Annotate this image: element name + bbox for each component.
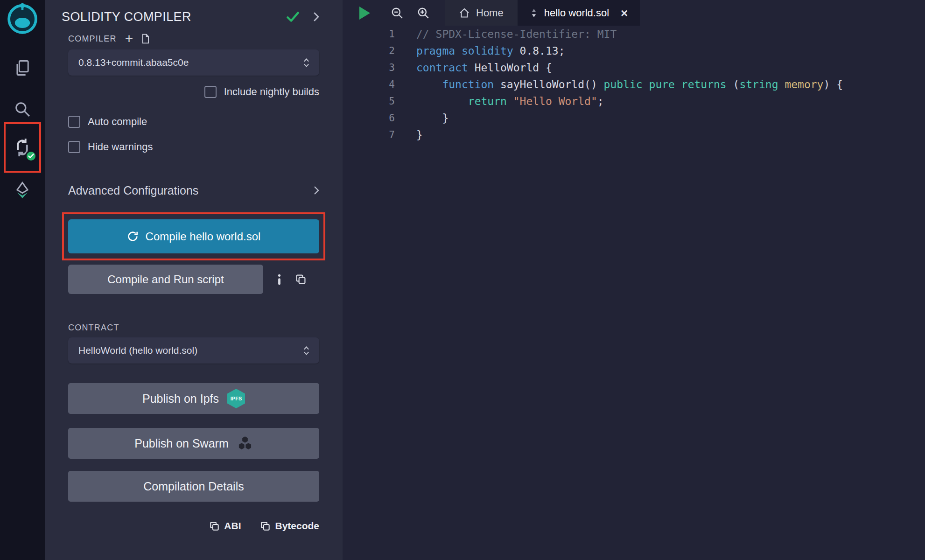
icon-bar	[0, 0, 45, 560]
publish-on-swarm-button[interactable]: Publish on Swarm	[68, 428, 319, 459]
compilation-details-button[interactable]: Compilation Details	[68, 471, 319, 502]
compiler-section-header: COMPILER +	[68, 34, 319, 44]
abi-bytecode-row: ABI Bytecode	[68, 520, 319, 532]
line-number: 4	[343, 76, 395, 93]
select-arrows-icon	[303, 345, 310, 357]
deploy-and-run-icon[interactable]	[12, 180, 33, 201]
compile-and-run-button[interactable]: Compile and Run script	[68, 265, 263, 294]
code-text: }	[395, 110, 448, 126]
compilation-details-label: Compilation Details	[143, 480, 244, 493]
auto-compile-label: Auto compile	[88, 116, 147, 128]
compiler-version-select[interactable]: 0.8.13+commit.abaa5c0e	[68, 49, 319, 76]
solidity-file-icon	[530, 8, 538, 18]
contract-select[interactable]: HelloWorld (hello world.sol)	[68, 337, 319, 364]
include-nightly-label: Include nightly builds	[224, 86, 319, 98]
code-line: 1// SPDX-License-Identifier: MIT	[343, 26, 925, 42]
publish-swarm-label: Publish on Swarm	[134, 437, 228, 450]
tab-home-label: Home	[476, 7, 504, 19]
chevron-right-icon	[314, 186, 319, 195]
search-icon[interactable]	[12, 98, 33, 120]
line-number: 2	[343, 42, 395, 59]
code-text: return "Hello World";	[395, 93, 604, 110]
code-text: }	[395, 126, 423, 143]
code-text: contract HelloWorld {	[395, 59, 552, 76]
compile-button[interactable]: Compile hello world.sol	[68, 219, 319, 253]
panel-header: SOLIDITY COMPILER	[62, 8, 319, 25]
auto-compile-checkbox[interactable]	[68, 116, 80, 128]
copy-abi-button[interactable]: ABI	[210, 520, 241, 532]
line-number: 1	[343, 26, 395, 42]
info-icon[interactable]	[277, 274, 281, 285]
remix-logo[interactable]	[5, 2, 40, 37]
select-arrows-icon	[303, 57, 310, 69]
code-line: 5 return "Hello World";	[343, 93, 925, 110]
refresh-icon	[127, 231, 139, 242]
line-number: 6	[343, 110, 395, 126]
include-nightly-checkbox[interactable]	[204, 86, 217, 98]
compile-success-check-icon	[287, 12, 299, 22]
panel-expand-chevron-icon[interactable]	[313, 12, 319, 22]
line-number: 3	[343, 59, 395, 76]
contract-select-value: HelloWorld (hello world.sol)	[78, 345, 197, 356]
code-line: 3contract HelloWorld {	[343, 59, 925, 76]
tab-bar: Home hello world.sol ×	[343, 0, 925, 26]
remix-app: SOLIDITY COMPILER COMPILER +	[0, 0, 925, 560]
zoom-out-icon[interactable]	[391, 7, 404, 20]
hide-warnings-label: Hide warnings	[88, 141, 153, 153]
copy-script-icon[interactable]	[295, 274, 306, 285]
solidity-compiler-icon[interactable]	[12, 137, 33, 158]
publish-ipfs-label: Publish on Ipfs	[142, 392, 219, 406]
compiler-section-label: COMPILER	[68, 34, 117, 44]
open-compiler-file-icon[interactable]	[141, 34, 150, 44]
abi-label: ABI	[224, 520, 241, 532]
contract-section-label: CONTRACT	[68, 323, 319, 333]
swarm-icon	[237, 436, 253, 451]
auto-compile-checkbox-row[interactable]: Auto compile	[68, 116, 319, 128]
code-line: 2pragma solidity 0.8.13;	[343, 42, 925, 59]
code-line: 6 }	[343, 110, 925, 126]
home-icon	[459, 7, 470, 19]
tab-hello-world-label: hello world.sol	[544, 7, 609, 19]
code-text: pragma solidity 0.8.13;	[395, 42, 565, 59]
compile-and-run-label: Compile and Run script	[107, 273, 224, 286]
code-text: // SPDX-License-Identifier: MIT	[395, 26, 617, 42]
code-editor[interactable]: 1// SPDX-License-Identifier: MIT2pragma …	[343, 26, 925, 143]
tab-home[interactable]: Home	[445, 0, 518, 26]
compile-and-run-row: Compile and Run script	[68, 265, 319, 294]
run-script-play-button[interactable]	[359, 7, 370, 20]
close-tab-icon[interactable]: ×	[621, 7, 628, 19]
line-number: 5	[343, 93, 395, 110]
bytecode-label: Bytecode	[275, 520, 319, 532]
copy-bytecode-button[interactable]: Bytecode	[260, 520, 319, 532]
compiler-version-value: 0.8.13+commit.abaa5c0e	[78, 57, 189, 68]
file-explorer-icon[interactable]	[12, 57, 33, 79]
advanced-configurations-toggle[interactable]: Advanced Configurations	[68, 183, 319, 198]
publish-on-ipfs-button[interactable]: Publish on Ipfs IPFS	[68, 383, 319, 414]
add-compiler-icon[interactable]: +	[125, 34, 133, 43]
compile-success-badge-icon	[25, 150, 37, 162]
ipfs-icon: IPFS	[227, 389, 245, 408]
compile-button-area: Compile hello world.sol	[68, 219, 319, 253]
editor-area: Home hello world.sol × 1// SPDX-License-…	[343, 0, 925, 560]
line-number: 7	[343, 126, 395, 143]
advanced-configurations-label: Advanced Configurations	[68, 184, 198, 197]
code-line: 7}	[343, 126, 925, 143]
tabs: Home hello world.sol ×	[445, 0, 640, 26]
page-title: SOLIDITY COMPILER	[62, 10, 287, 24]
hide-warnings-checkbox-row[interactable]: Hide warnings	[68, 141, 319, 153]
side-panel: SOLIDITY COMPILER COMPILER +	[45, 0, 343, 560]
code-text: function sayHelloWorld() public pure ret…	[395, 76, 843, 93]
include-nightly-builds-checkbox-row[interactable]: Include nightly builds	[68, 86, 319, 98]
zoom-in-icon[interactable]	[417, 7, 430, 20]
code-line: 4 function sayHelloWorld() public pure r…	[343, 76, 925, 93]
tab-hello-world-sol[interactable]: hello world.sol ×	[518, 0, 640, 26]
hide-warnings-checkbox[interactable]	[68, 141, 80, 153]
compile-button-label: Compile hello world.sol	[146, 230, 261, 243]
